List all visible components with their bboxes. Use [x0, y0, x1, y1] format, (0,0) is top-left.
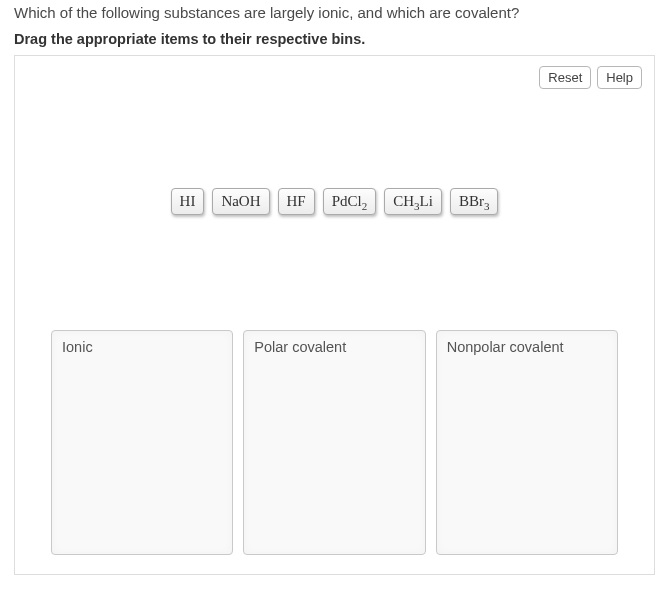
help-button[interactable]: Help	[597, 66, 642, 89]
instruction-text: Drag the appropriate items to their resp…	[14, 31, 655, 47]
toolbar: Reset Help	[539, 66, 642, 89]
drag-panel: Reset Help HI NaOH HF PdCl2 CH3Li BBr3 I…	[14, 55, 655, 575]
reset-button[interactable]: Reset	[539, 66, 591, 89]
draggable-items-row: HI NaOH HF PdCl2 CH3Li BBr3	[27, 188, 642, 215]
bin-label: Polar covalent	[254, 339, 346, 355]
item-label: PdCl	[332, 193, 362, 209]
item-label-b: Li	[420, 193, 433, 209]
item-label: HF	[287, 193, 306, 209]
item-naoh[interactable]: NaOH	[212, 188, 269, 215]
item-hf[interactable]: HF	[278, 188, 315, 215]
item-subscript: 3	[484, 200, 490, 212]
item-label: HI	[180, 193, 196, 209]
bin-label: Nonpolar covalent	[447, 339, 564, 355]
item-subscript: 3	[414, 200, 420, 212]
item-label: BBr	[459, 193, 484, 209]
item-hi[interactable]: HI	[171, 188, 205, 215]
item-bbr3[interactable]: BBr3	[450, 188, 499, 215]
item-ch3li[interactable]: CH3Li	[384, 188, 442, 215]
bin-nonpolar-covalent[interactable]: Nonpolar covalent	[436, 330, 618, 555]
question-text: Which of the following substances are la…	[14, 4, 655, 21]
bin-ionic[interactable]: Ionic	[51, 330, 233, 555]
item-pdcl2[interactable]: PdCl2	[323, 188, 377, 215]
bins-row: Ionic Polar covalent Nonpolar covalent	[27, 330, 642, 555]
item-label: CH	[393, 193, 414, 209]
item-label: NaOH	[221, 193, 260, 209]
bin-label: Ionic	[62, 339, 93, 355]
bin-polar-covalent[interactable]: Polar covalent	[243, 330, 425, 555]
item-subscript: 2	[362, 200, 368, 212]
